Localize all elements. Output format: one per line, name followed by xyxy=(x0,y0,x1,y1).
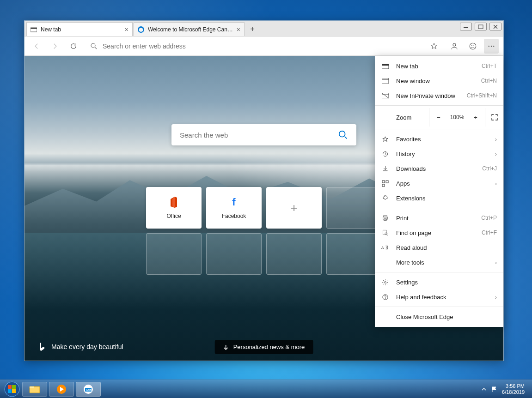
menu-extensions[interactable]: Extensions xyxy=(375,191,503,205)
feedback-smiley-button[interactable] xyxy=(465,39,480,54)
svg-point-15 xyxy=(493,45,494,46)
svg-rect-41 xyxy=(8,389,12,393)
browser-tab[interactable]: New tab × xyxy=(26,22,133,36)
ntp-search-input[interactable] xyxy=(180,131,338,139)
svg-rect-1 xyxy=(478,25,483,29)
svg-rect-31 xyxy=(383,230,386,235)
close-tab-icon[interactable]: × xyxy=(237,26,240,33)
address-bar[interactable] xyxy=(85,39,443,54)
tile-label: Facebook xyxy=(222,213,246,219)
menu-more-tools[interactable]: More tools › xyxy=(375,255,503,270)
fullscreen-button[interactable] xyxy=(485,108,503,127)
tile-label: Office xyxy=(166,213,181,219)
window-controls xyxy=(460,23,501,30)
quick-link-office[interactable]: Office xyxy=(146,187,202,229)
read-aloud-icon: A xyxy=(381,244,389,251)
clock-date: 6/18/2019 xyxy=(502,389,525,395)
close-tab-icon[interactable]: × xyxy=(125,26,128,33)
svg-rect-29 xyxy=(383,217,387,219)
quick-link-placeholder xyxy=(146,233,202,275)
menu-find[interactable]: Find on page Ctrl+F xyxy=(375,225,503,240)
new-tab-icon xyxy=(381,62,389,70)
extensions-icon xyxy=(381,194,389,202)
search-icon[interactable] xyxy=(338,130,348,140)
svg-line-8 xyxy=(95,47,97,49)
svg-rect-40 xyxy=(12,385,16,389)
menu-zoom-row: Zoom − 100% + xyxy=(375,108,503,127)
svg-rect-42 xyxy=(12,389,16,393)
new-tab-button[interactable]: + xyxy=(245,22,259,36)
svg-point-12 xyxy=(474,45,475,46)
chevron-right-icon: › xyxy=(495,180,497,187)
menu-close-edge[interactable]: Close Microsoft Edge xyxy=(375,309,503,324)
svg-rect-30 xyxy=(384,218,386,220)
forward-button[interactable] xyxy=(48,39,62,54)
help-icon xyxy=(381,293,389,301)
taskbar-mediaplayer[interactable] xyxy=(49,382,74,397)
toolbar xyxy=(24,36,503,56)
menu-favorites[interactable]: Favorites › xyxy=(375,132,503,146)
address-input[interactable] xyxy=(103,42,425,50)
tab-strip: New tab × Welcome to Microsoft Edge Can…… xyxy=(24,21,503,36)
svg-point-11 xyxy=(471,45,472,46)
svg-rect-28 xyxy=(383,215,387,217)
zoom-in-button[interactable]: + xyxy=(466,108,485,127)
bing-attribution[interactable]: Make every day beautiful xyxy=(38,342,123,351)
svg-rect-44 xyxy=(30,386,34,388)
favorite-star-icon[interactable] xyxy=(430,42,438,50)
zoom-out-button[interactable]: − xyxy=(429,108,448,127)
menu-history[interactable]: History › xyxy=(375,146,503,161)
start-button[interactable] xyxy=(3,380,21,398)
svg-point-16 xyxy=(339,131,345,137)
svg-text:A: A xyxy=(381,246,384,250)
menu-print[interactable]: Print Ctrl+P xyxy=(375,211,503,225)
download-icon xyxy=(381,165,389,172)
close-window-button[interactable] xyxy=(489,23,501,30)
svg-rect-27 xyxy=(382,184,385,187)
zoom-value: 100% xyxy=(448,108,466,127)
svg-point-10 xyxy=(470,43,476,49)
back-button[interactable] xyxy=(29,39,44,54)
ntp-search-box[interactable] xyxy=(171,124,356,145)
apps-icon xyxy=(381,180,389,187)
taskbar: CAN 3:56 PM 6/18/2019 xyxy=(0,380,532,398)
svg-point-9 xyxy=(453,43,456,46)
refresh-button[interactable] xyxy=(66,39,81,54)
profile-button[interactable] xyxy=(447,39,462,54)
quick-link-add[interactable]: + xyxy=(266,187,322,229)
chevron-right-icon: › xyxy=(495,151,497,157)
chevron-down-icon xyxy=(223,344,229,350)
svg-rect-20 xyxy=(382,78,389,84)
quick-links-grid: Office f Facebook + xyxy=(146,187,382,275)
svg-line-17 xyxy=(345,137,347,139)
tray-flag-icon[interactable] xyxy=(491,386,497,392)
tray-clock[interactable]: 3:56 PM 6/18/2019 xyxy=(502,383,525,395)
maximize-button[interactable] xyxy=(475,23,487,30)
svg-rect-5 xyxy=(31,28,37,29)
history-icon xyxy=(381,150,389,157)
print-icon xyxy=(381,214,389,222)
news-button-label: Personalized news & more xyxy=(233,344,305,350)
minimize-button[interactable] xyxy=(460,23,472,30)
settings-menu-button[interactable] xyxy=(484,39,499,54)
settings-menu: New tab Ctrl+T New window Ctrl+N New InP… xyxy=(375,56,503,327)
svg-point-14 xyxy=(491,45,492,46)
browser-tab[interactable]: Welcome to Microsoft Edge Can… × xyxy=(134,22,245,36)
find-icon xyxy=(381,229,389,236)
taskbar-explorer[interactable] xyxy=(22,382,47,397)
tray-chevron-icon[interactable] xyxy=(482,387,486,392)
menu-new-tab[interactable]: New tab Ctrl+T xyxy=(375,59,503,73)
menu-inprivate[interactable]: New InPrivate window Ctrl+Shift+N xyxy=(375,88,503,103)
svg-point-7 xyxy=(91,43,95,48)
taskbar-edge-canary[interactable]: CAN xyxy=(76,382,101,397)
quick-link-facebook[interactable]: f Facebook xyxy=(206,187,262,229)
menu-read-aloud[interactable]: A Read aloud xyxy=(375,240,503,255)
menu-settings[interactable]: Settings xyxy=(375,275,503,289)
menu-downloads[interactable]: Downloads Ctrl+J xyxy=(375,161,503,176)
svg-point-37 xyxy=(385,298,385,299)
menu-apps[interactable]: Apps › xyxy=(375,176,503,191)
menu-new-window[interactable]: New window Ctrl+N xyxy=(375,73,503,88)
bing-icon xyxy=(38,342,46,351)
personalized-news-button[interactable]: Personalized news & more xyxy=(215,340,313,354)
menu-help[interactable]: Help and feedback › xyxy=(375,289,503,304)
